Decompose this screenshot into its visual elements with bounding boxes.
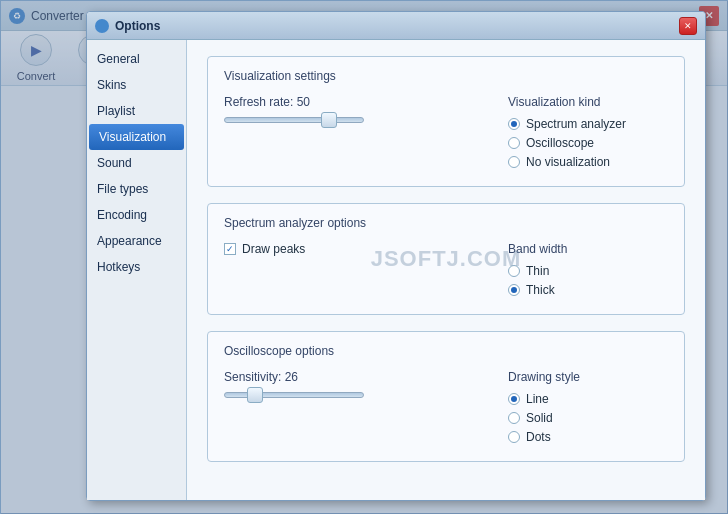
radio-dots[interactable]: Dots — [508, 430, 668, 444]
oscilloscope-row: Sensitivity: 26 Drawing style — [224, 370, 668, 449]
dialog-icon — [95, 19, 109, 33]
sensitivity-slider-track[interactable] — [224, 392, 364, 398]
sidebar-item-filetypes[interactable]: File types — [87, 176, 186, 202]
draw-peaks-label: Draw peaks — [242, 242, 305, 256]
sidebar-item-appearance[interactable]: Appearance — [87, 228, 186, 254]
refresh-rate-slider-track[interactable] — [224, 117, 364, 123]
sidebar-item-visualization[interactable]: Visualization — [89, 124, 184, 150]
radio-oscilloscope-circle[interactable] — [508, 137, 520, 149]
radio-solid-circle[interactable] — [508, 412, 520, 424]
radio-no-visualization-circle[interactable] — [508, 156, 520, 168]
draw-peaks-checkbox-item[interactable]: Draw peaks — [224, 242, 468, 256]
modal-overlay: Options ✕ General Skins Playlist Visuali… — [1, 1, 728, 514]
dialog-content: Visualization settings Refresh rate: 50 — [187, 40, 705, 500]
sidebar-item-sound[interactable]: Sound — [87, 150, 186, 176]
radio-solid-label: Solid — [526, 411, 553, 425]
app-window: ♻ Converter ✕ ▶ Convert ⚙ C Device E: SO… — [0, 0, 728, 514]
band-width-section: Band width Thin Thick — [508, 242, 668, 302]
sidebar-item-hotkeys[interactable]: Hotkeys — [87, 254, 186, 280]
visualization-settings-title: Visualization settings — [224, 69, 668, 83]
oscilloscope-title: Oscilloscope options — [224, 344, 668, 358]
sidebar-item-encoding[interactable]: Encoding — [87, 202, 186, 228]
spectrum-analyzer-left: Draw peaks — [224, 242, 468, 261]
radio-solid[interactable]: Solid — [508, 411, 668, 425]
radio-oscilloscope-label: Oscilloscope — [526, 136, 594, 150]
sidebar-item-playlist[interactable]: Playlist — [87, 98, 186, 124]
radio-no-visualization-label: No visualization — [526, 155, 610, 169]
spectrum-analyzer-row: Draw peaks Band width Thin — [224, 242, 668, 302]
dialog-nav: General Skins Playlist Visualization Sou… — [87, 40, 187, 500]
radio-thin-circle[interactable] — [508, 265, 520, 277]
spectrum-analyzer-section: JSOFTJ.COM Spectrum analyzer options Dra… — [207, 203, 685, 315]
sensitivity-slider-thumb[interactable] — [247, 387, 263, 403]
radio-thick-circle[interactable] — [508, 284, 520, 296]
radio-thin[interactable]: Thin — [508, 264, 668, 278]
draw-peaks-checkbox[interactable] — [224, 243, 236, 255]
sidebar-item-general[interactable]: General — [87, 46, 186, 72]
dialog-titlebar: Options ✕ — [87, 12, 705, 40]
radio-oscilloscope[interactable]: Oscilloscope — [508, 136, 668, 150]
radio-dots-label: Dots — [526, 430, 551, 444]
sensitivity-label: Sensitivity: 26 — [224, 370, 468, 384]
radio-spectrum-analyzer-label: Spectrum analyzer — [526, 117, 626, 131]
spectrum-analyzer-title: Spectrum analyzer options — [224, 216, 668, 230]
visualization-kind-section: Visualization kind Spectrum analyzer Osc… — [508, 95, 668, 174]
radio-no-visualization[interactable]: No visualization — [508, 155, 668, 169]
refresh-rate-label: Refresh rate: 50 — [224, 95, 468, 109]
options-dialog: Options ✕ General Skins Playlist Visuali… — [86, 11, 706, 501]
radio-thin-label: Thin — [526, 264, 549, 278]
sidebar-item-skins[interactable]: Skins — [87, 72, 186, 98]
sensitivity-slider-container — [224, 392, 468, 398]
radio-thick[interactable]: Thick — [508, 283, 668, 297]
drawing-style-title: Drawing style — [508, 370, 668, 384]
visualization-settings-section: Visualization settings Refresh rate: 50 — [207, 56, 685, 187]
oscilloscope-left: Sensitivity: 26 — [224, 370, 468, 398]
radio-dots-circle[interactable] — [508, 431, 520, 443]
dialog-body: General Skins Playlist Visualization Sou… — [87, 40, 705, 500]
radio-line-circle[interactable] — [508, 393, 520, 405]
dialog-title: Options — [115, 19, 679, 33]
refresh-rate-slider-container — [224, 117, 468, 123]
visualization-settings-left: Refresh rate: 50 — [224, 95, 468, 123]
visualization-settings-row: Refresh rate: 50 Visualization kind — [224, 95, 668, 174]
radio-line[interactable]: Line — [508, 392, 668, 406]
drawing-style-section: Drawing style Line Solid — [508, 370, 668, 449]
radio-spectrum-analyzer-circle[interactable] — [508, 118, 520, 130]
refresh-rate-slider-thumb[interactable] — [321, 112, 337, 128]
visualization-kind-title: Visualization kind — [508, 95, 668, 109]
radio-thick-label: Thick — [526, 283, 555, 297]
band-width-title: Band width — [508, 242, 668, 256]
radio-spectrum-analyzer[interactable]: Spectrum analyzer — [508, 117, 668, 131]
dialog-close-button[interactable]: ✕ — [679, 17, 697, 35]
oscilloscope-section: Oscilloscope options Sensitivity: 26 — [207, 331, 685, 462]
radio-line-label: Line — [526, 392, 549, 406]
